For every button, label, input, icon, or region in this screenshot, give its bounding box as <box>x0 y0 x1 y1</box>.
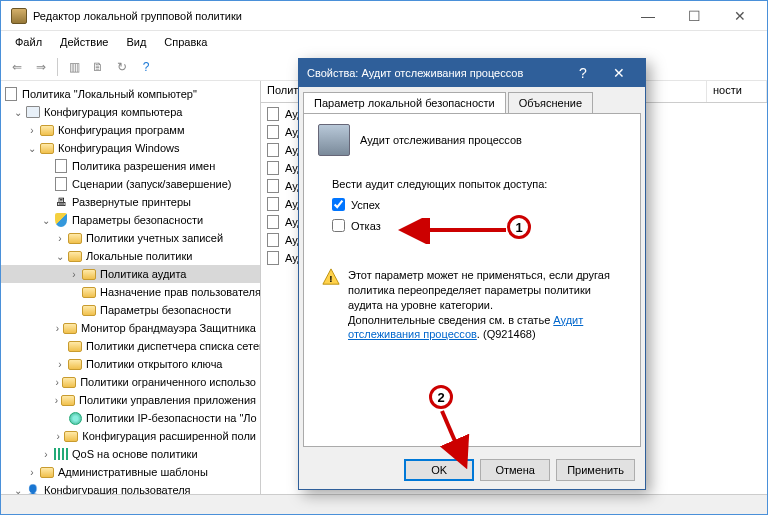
tree-item[interactable]: Политики диспетчера списка сетей <box>1 337 260 355</box>
chevron-right-icon[interactable]: › <box>53 395 60 406</box>
dialog-tabpage: Аудит отслеживания процессов Вести аудит… <box>303 113 641 447</box>
tree-item-selected[interactable]: ›Политика аудита <box>1 265 260 283</box>
tree-item[interactable]: ›Политики управления приложения <box>1 391 260 409</box>
maximize-button[interactable]: ☐ <box>671 2 717 30</box>
tree-item[interactable]: ⌄Параметры безопасности <box>1 211 260 229</box>
policy-doc-icon <box>265 125 281 139</box>
policy-doc-icon <box>265 233 281 247</box>
tree-item[interactable]: Политика разрешения имен <box>1 157 260 175</box>
menu-view[interactable]: Вид <box>118 34 154 50</box>
properties-dialog: Свойства: Аудит отслеживания процессов ?… <box>298 58 646 490</box>
nav-fwd-icon[interactable]: ⇒ <box>31 57 51 77</box>
chevron-right-icon[interactable]: › <box>25 467 39 478</box>
policy-doc-icon <box>265 107 281 121</box>
policy-doc-icon <box>265 143 281 157</box>
menubar: Файл Действие Вид Справка <box>1 31 767 53</box>
nav-back-icon[interactable]: ⇐ <box>7 57 27 77</box>
tree-item[interactable]: Политики IP-безопасности на "Ло <box>1 409 260 427</box>
chevron-right-icon[interactable]: › <box>53 431 63 442</box>
titlebar: Редактор локальной групповой политики — … <box>1 1 767 31</box>
tree-item[interactable]: 🖶Развернутые принтеры <box>1 193 260 211</box>
checkbox-success[interactable]: Успех <box>332 198 626 211</box>
refresh-icon[interactable]: ↻ <box>112 57 132 77</box>
tree-item[interactable]: ›QoS на основе политики <box>1 445 260 463</box>
menu-file[interactable]: Файл <box>7 34 50 50</box>
tree-pane[interactable]: Политика "Локальный компьютер" ⌄Конфигур… <box>1 81 261 494</box>
checkbox-failure-input[interactable] <box>332 219 345 232</box>
tree-item[interactable]: ›Политики учетных записей <box>1 229 260 247</box>
printer-icon: 🖶 <box>53 195 69 209</box>
dialog-tabs: Параметр локальной безопасности Объяснен… <box>299 87 645 113</box>
chevron-right-icon[interactable]: › <box>53 233 67 244</box>
tree-item[interactable]: ›Административные шаблоны <box>1 463 260 481</box>
checkbox-failure[interactable]: Отказ <box>332 219 626 232</box>
policy-doc-icon <box>265 197 281 211</box>
close-button[interactable]: ✕ <box>717 2 763 30</box>
dialog-titlebar: Свойства: Аудит отслеживания процессов ?… <box>299 59 645 87</box>
policy-doc-icon <box>265 161 281 175</box>
tree-item[interactable]: ⌄Конфигурация компьютера <box>1 103 260 121</box>
chevron-down-icon[interactable]: ⌄ <box>25 143 39 154</box>
tree-item[interactable]: ›Политики ограниченного использо <box>1 373 260 391</box>
dialog-help-button[interactable]: ? <box>565 59 601 87</box>
warning-text: Этот параметр может не применяться, если… <box>348 268 622 342</box>
chevron-down-icon[interactable]: ⌄ <box>11 485 25 495</box>
policy-doc-icon <box>265 251 281 265</box>
tree-item[interactable]: ⌄Локальные политики <box>1 247 260 265</box>
tree-item[interactable]: ›Политики открытого ключа <box>1 355 260 373</box>
warning-box: ! Этот параметр может не применяться, ес… <box>318 262 626 348</box>
window-title: Редактор локальной групповой политики <box>33 10 625 22</box>
chevron-down-icon[interactable]: ⌄ <box>11 107 25 118</box>
tree-item[interactable]: ›Конфигурация расширенной поли <box>1 427 260 445</box>
checkbox-success-input[interactable] <box>332 198 345 211</box>
cancel-button[interactable]: Отмена <box>480 459 550 481</box>
show-hide-icon[interactable]: ▥ <box>64 57 84 77</box>
tree-item[interactable]: Назначение прав пользователя <box>1 283 260 301</box>
policy-icon <box>318 124 350 156</box>
tree-root[interactable]: Политика "Локальный компьютер" <box>1 85 260 103</box>
tree-item[interactable]: ⌄Конфигурация Windows <box>1 139 260 157</box>
svg-text:!: ! <box>329 273 332 284</box>
dialog-buttons: OK Отмена Применить <box>299 451 645 489</box>
tree-item[interactable]: Сценарии (запуск/завершение) <box>1 175 260 193</box>
chevron-down-icon[interactable]: ⌄ <box>39 215 53 226</box>
chevron-down-icon[interactable]: ⌄ <box>53 251 67 262</box>
statusbar <box>1 494 767 514</box>
column-setting[interactable]: ности <box>707 81 767 102</box>
policy-doc-icon <box>265 215 281 229</box>
tab-local-security[interactable]: Параметр локальной безопасности <box>303 92 506 113</box>
toolbar-separator <box>57 58 58 76</box>
dialog-prompt: Вести аудит следующих попыток доступа: <box>332 178 626 190</box>
chevron-right-icon[interactable]: › <box>25 125 39 136</box>
menu-action[interactable]: Действие <box>52 34 116 50</box>
tree-item[interactable]: ›Конфигурация программ <box>1 121 260 139</box>
apply-button[interactable]: Применить <box>556 459 635 481</box>
chevron-right-icon[interactable]: › <box>67 269 81 280</box>
minimize-button[interactable]: — <box>625 2 671 30</box>
dialog-title: Свойства: Аудит отслеживания процессов <box>307 67 523 79</box>
menu-help[interactable]: Справка <box>156 34 215 50</box>
tab-explanation[interactable]: Объяснение <box>508 92 593 113</box>
app-icon <box>11 8 27 24</box>
tree-item[interactable]: Параметры безопасности <box>1 301 260 319</box>
tree-item[interactable]: ⌄👤Конфигурация пользователя <box>1 481 260 494</box>
help-icon[interactable]: ? <box>136 57 156 77</box>
chevron-right-icon[interactable]: › <box>53 377 61 388</box>
user-icon: 👤 <box>25 483 41 494</box>
dialog-close-button[interactable]: ✕ <box>601 59 637 87</box>
ok-button[interactable]: OK <box>404 459 474 481</box>
chevron-right-icon[interactable]: › <box>53 323 62 334</box>
warning-icon: ! <box>322 268 340 286</box>
policy-doc-icon <box>265 179 281 193</box>
export-icon[interactable]: 🗎 <box>88 57 108 77</box>
chevron-right-icon[interactable]: › <box>53 359 67 370</box>
dialog-heading: Аудит отслеживания процессов <box>360 134 522 146</box>
tree-label: Политика "Локальный компьютер" <box>22 88 197 100</box>
chevron-right-icon[interactable]: › <box>39 449 53 460</box>
tree-item[interactable]: ›Монитор брандмауэра Защитника <box>1 319 260 337</box>
